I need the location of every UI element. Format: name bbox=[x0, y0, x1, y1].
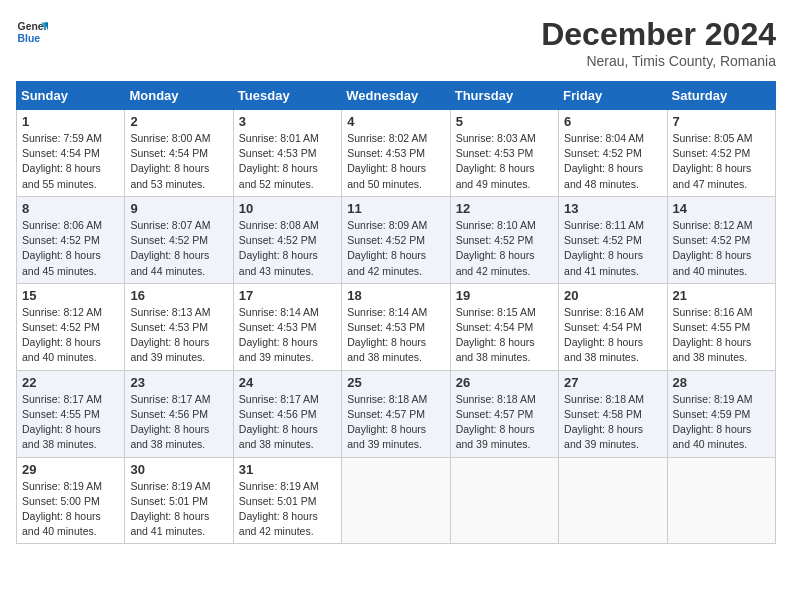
calendar-cell: 3 Sunrise: 8:01 AM Sunset: 4:53 PM Dayli… bbox=[233, 110, 341, 197]
calendar-cell: 10 Sunrise: 8:08 AM Sunset: 4:52 PM Dayl… bbox=[233, 196, 341, 283]
day-number: 19 bbox=[456, 288, 553, 303]
day-number: 16 bbox=[130, 288, 227, 303]
calendar-cell: 13 Sunrise: 8:11 AM Sunset: 4:52 PM Dayl… bbox=[559, 196, 667, 283]
calendar-cell: 18 Sunrise: 8:14 AM Sunset: 4:53 PM Dayl… bbox=[342, 283, 450, 370]
day-number: 25 bbox=[347, 375, 444, 390]
day-number: 5 bbox=[456, 114, 553, 129]
day-info: Sunrise: 8:17 AM Sunset: 4:55 PM Dayligh… bbox=[22, 392, 119, 453]
calendar-cell: 8 Sunrise: 8:06 AM Sunset: 4:52 PM Dayli… bbox=[17, 196, 125, 283]
day-info: Sunrise: 8:07 AM Sunset: 4:52 PM Dayligh… bbox=[130, 218, 227, 279]
day-number: 9 bbox=[130, 201, 227, 216]
day-number: 26 bbox=[456, 375, 553, 390]
calendar-cell: 9 Sunrise: 8:07 AM Sunset: 4:52 PM Dayli… bbox=[125, 196, 233, 283]
day-number: 18 bbox=[347, 288, 444, 303]
day-number: 29 bbox=[22, 462, 119, 477]
day-number: 23 bbox=[130, 375, 227, 390]
day-info: Sunrise: 8:05 AM Sunset: 4:52 PM Dayligh… bbox=[673, 131, 770, 192]
day-info: Sunrise: 8:10 AM Sunset: 4:52 PM Dayligh… bbox=[456, 218, 553, 279]
calendar-cell: 11 Sunrise: 8:09 AM Sunset: 4:52 PM Dayl… bbox=[342, 196, 450, 283]
day-info: Sunrise: 8:08 AM Sunset: 4:52 PM Dayligh… bbox=[239, 218, 336, 279]
calendar-cell: 25 Sunrise: 8:18 AM Sunset: 4:57 PM Dayl… bbox=[342, 370, 450, 457]
day-info: Sunrise: 8:19 AM Sunset: 5:00 PM Dayligh… bbox=[22, 479, 119, 540]
day-number: 1 bbox=[22, 114, 119, 129]
week-row-1: 1 Sunrise: 7:59 AM Sunset: 4:54 PM Dayli… bbox=[17, 110, 776, 197]
day-info: Sunrise: 8:16 AM Sunset: 4:55 PM Dayligh… bbox=[673, 305, 770, 366]
day-info: Sunrise: 8:16 AM Sunset: 4:54 PM Dayligh… bbox=[564, 305, 661, 366]
day-number: 17 bbox=[239, 288, 336, 303]
calendar-cell: 4 Sunrise: 8:02 AM Sunset: 4:53 PM Dayli… bbox=[342, 110, 450, 197]
calendar-cell bbox=[559, 457, 667, 544]
title-area: December 2024 Nerau, Timis County, Roman… bbox=[541, 16, 776, 69]
day-info: Sunrise: 8:00 AM Sunset: 4:54 PM Dayligh… bbox=[130, 131, 227, 192]
day-number: 8 bbox=[22, 201, 119, 216]
day-number: 20 bbox=[564, 288, 661, 303]
day-number: 4 bbox=[347, 114, 444, 129]
location-title: Nerau, Timis County, Romania bbox=[541, 53, 776, 69]
calendar-cell: 16 Sunrise: 8:13 AM Sunset: 4:53 PM Dayl… bbox=[125, 283, 233, 370]
calendar-cell bbox=[450, 457, 558, 544]
col-header-tuesday: Tuesday bbox=[233, 82, 341, 110]
day-number: 10 bbox=[239, 201, 336, 216]
month-title: December 2024 bbox=[541, 16, 776, 53]
calendar-cell: 5 Sunrise: 8:03 AM Sunset: 4:53 PM Dayli… bbox=[450, 110, 558, 197]
day-info: Sunrise: 8:17 AM Sunset: 4:56 PM Dayligh… bbox=[130, 392, 227, 453]
day-info: Sunrise: 8:12 AM Sunset: 4:52 PM Dayligh… bbox=[673, 218, 770, 279]
week-row-2: 8 Sunrise: 8:06 AM Sunset: 4:52 PM Dayli… bbox=[17, 196, 776, 283]
day-number: 2 bbox=[130, 114, 227, 129]
week-row-4: 22 Sunrise: 8:17 AM Sunset: 4:55 PM Dayl… bbox=[17, 370, 776, 457]
calendar-table: SundayMondayTuesdayWednesdayThursdayFrid… bbox=[16, 81, 776, 544]
col-header-monday: Monday bbox=[125, 82, 233, 110]
calendar-cell: 2 Sunrise: 8:00 AM Sunset: 4:54 PM Dayli… bbox=[125, 110, 233, 197]
day-info: Sunrise: 8:04 AM Sunset: 4:52 PM Dayligh… bbox=[564, 131, 661, 192]
day-number: 14 bbox=[673, 201, 770, 216]
calendar-cell: 29 Sunrise: 8:19 AM Sunset: 5:00 PM Dayl… bbox=[17, 457, 125, 544]
day-info: Sunrise: 8:14 AM Sunset: 4:53 PM Dayligh… bbox=[239, 305, 336, 366]
week-row-5: 29 Sunrise: 8:19 AM Sunset: 5:00 PM Dayl… bbox=[17, 457, 776, 544]
calendar-cell: 19 Sunrise: 8:15 AM Sunset: 4:54 PM Dayl… bbox=[450, 283, 558, 370]
day-number: 15 bbox=[22, 288, 119, 303]
day-info: Sunrise: 8:19 AM Sunset: 5:01 PM Dayligh… bbox=[130, 479, 227, 540]
calendar-cell: 15 Sunrise: 8:12 AM Sunset: 4:52 PM Dayl… bbox=[17, 283, 125, 370]
day-number: 3 bbox=[239, 114, 336, 129]
day-info: Sunrise: 8:18 AM Sunset: 4:58 PM Dayligh… bbox=[564, 392, 661, 453]
day-number: 22 bbox=[22, 375, 119, 390]
calendar-cell: 26 Sunrise: 8:18 AM Sunset: 4:57 PM Dayl… bbox=[450, 370, 558, 457]
day-info: Sunrise: 8:19 AM Sunset: 5:01 PM Dayligh… bbox=[239, 479, 336, 540]
calendar-cell bbox=[667, 457, 775, 544]
calendar-cell: 23 Sunrise: 8:17 AM Sunset: 4:56 PM Dayl… bbox=[125, 370, 233, 457]
day-info: Sunrise: 8:15 AM Sunset: 4:54 PM Dayligh… bbox=[456, 305, 553, 366]
day-info: Sunrise: 8:11 AM Sunset: 4:52 PM Dayligh… bbox=[564, 218, 661, 279]
day-number: 21 bbox=[673, 288, 770, 303]
day-info: Sunrise: 8:01 AM Sunset: 4:53 PM Dayligh… bbox=[239, 131, 336, 192]
week-row-3: 15 Sunrise: 8:12 AM Sunset: 4:52 PM Dayl… bbox=[17, 283, 776, 370]
col-header-saturday: Saturday bbox=[667, 82, 775, 110]
day-info: Sunrise: 8:12 AM Sunset: 4:52 PM Dayligh… bbox=[22, 305, 119, 366]
calendar-cell: 30 Sunrise: 8:19 AM Sunset: 5:01 PM Dayl… bbox=[125, 457, 233, 544]
day-info: Sunrise: 8:02 AM Sunset: 4:53 PM Dayligh… bbox=[347, 131, 444, 192]
calendar-cell: 7 Sunrise: 8:05 AM Sunset: 4:52 PM Dayli… bbox=[667, 110, 775, 197]
calendar-header-row: SundayMondayTuesdayWednesdayThursdayFrid… bbox=[17, 82, 776, 110]
day-number: 28 bbox=[673, 375, 770, 390]
day-number: 13 bbox=[564, 201, 661, 216]
calendar-cell: 12 Sunrise: 8:10 AM Sunset: 4:52 PM Dayl… bbox=[450, 196, 558, 283]
day-info: Sunrise: 7:59 AM Sunset: 4:54 PM Dayligh… bbox=[22, 131, 119, 192]
col-header-friday: Friday bbox=[559, 82, 667, 110]
day-info: Sunrise: 8:13 AM Sunset: 4:53 PM Dayligh… bbox=[130, 305, 227, 366]
calendar-cell: 27 Sunrise: 8:18 AM Sunset: 4:58 PM Dayl… bbox=[559, 370, 667, 457]
day-number: 30 bbox=[130, 462, 227, 477]
day-number: 31 bbox=[239, 462, 336, 477]
logo: General Blue bbox=[16, 16, 48, 48]
day-info: Sunrise: 8:06 AM Sunset: 4:52 PM Dayligh… bbox=[22, 218, 119, 279]
calendar-cell: 22 Sunrise: 8:17 AM Sunset: 4:55 PM Dayl… bbox=[17, 370, 125, 457]
day-info: Sunrise: 8:09 AM Sunset: 4:52 PM Dayligh… bbox=[347, 218, 444, 279]
col-header-wednesday: Wednesday bbox=[342, 82, 450, 110]
day-info: Sunrise: 8:03 AM Sunset: 4:53 PM Dayligh… bbox=[456, 131, 553, 192]
calendar-cell: 21 Sunrise: 8:16 AM Sunset: 4:55 PM Dayl… bbox=[667, 283, 775, 370]
col-header-thursday: Thursday bbox=[450, 82, 558, 110]
col-header-sunday: Sunday bbox=[17, 82, 125, 110]
calendar-cell: 17 Sunrise: 8:14 AM Sunset: 4:53 PM Dayl… bbox=[233, 283, 341, 370]
day-number: 6 bbox=[564, 114, 661, 129]
page-header: General Blue December 2024 Nerau, Timis … bbox=[16, 16, 776, 69]
calendar-cell: 20 Sunrise: 8:16 AM Sunset: 4:54 PM Dayl… bbox=[559, 283, 667, 370]
day-number: 27 bbox=[564, 375, 661, 390]
